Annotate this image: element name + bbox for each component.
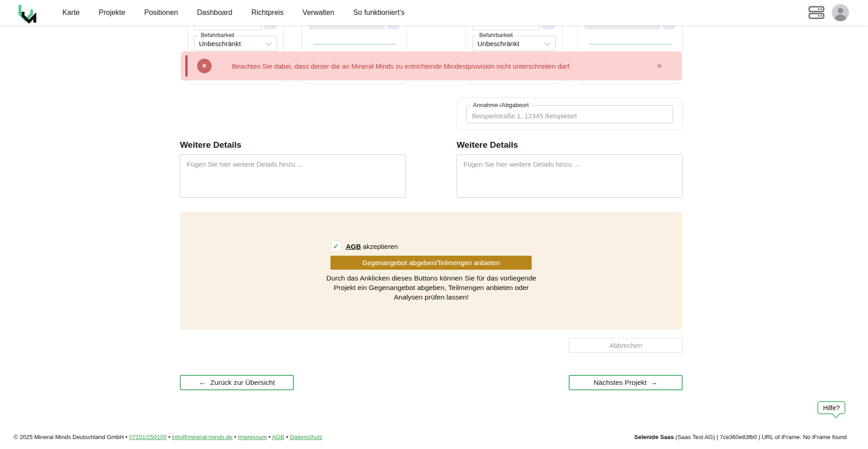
details-textarea-right[interactable] [457, 154, 683, 198]
footer-agb-link[interactable]: AGB [272, 434, 284, 440]
divider [313, 44, 396, 45]
nav-item-so-funktionierts[interactable]: So funktioniert's [353, 9, 404, 17]
app-info: (Saas Test AG) | 7ce360e83fb0 | URL of i… [674, 434, 847, 440]
navbar-right [808, 0, 849, 25]
location-fieldset: Annahme-/Abgabeort [466, 105, 673, 123]
offer-description-line: Durch das Anklicken dieses Buttons könne… [287, 273, 576, 283]
help-button[interactable]: Hilfe? [817, 401, 845, 414]
separator: • [168, 434, 170, 440]
nav-item-projekte[interactable]: Projekte [99, 9, 125, 17]
separator: • [234, 434, 236, 440]
details-heading-right: Weitere Details [457, 140, 518, 150]
details-heading-left: Weitere Details [180, 140, 241, 150]
alert-accent-bar [185, 55, 188, 77]
offer-description-line: Projekt ein Gegenangebot abgeben, Teilme… [287, 283, 576, 292]
offer-description-line: Analysen prüfen lassen! [287, 292, 576, 302]
nav-item-richtpreis[interactable]: Richtpreis [251, 9, 283, 17]
footer-impressum-link[interactable]: Impressum [238, 434, 267, 440]
back-button-label: Zurück zur Übersicht [210, 379, 275, 387]
befahrbarkeit-select-2[interactable]: Befahrbarkeit Unbeschränkt [472, 36, 556, 51]
agb-link[interactable]: AGB [346, 243, 361, 250]
nav-links: Karte Projekte Positionen Dashboard Rich… [62, 0, 405, 25]
alert-message: Beachten Sie dabei, dass dieser die an M… [232, 51, 571, 80]
location-card: Annahme-/Abgabeort [457, 98, 683, 130]
counteroffer-button[interactable]: Gegenangebot abgeben/Teilmengen anbieten [330, 256, 532, 270]
separator: • [269, 434, 271, 440]
befahrbarkeit-select-1[interactable]: Befahrbarkeit Unbeschränkt [194, 36, 277, 51]
arrow-left-icon: ← [199, 378, 207, 387]
error-circle-icon: × [197, 59, 212, 73]
location-label: Annahme-/Abgabeort [471, 102, 531, 108]
divider [589, 44, 671, 45]
befahrbarkeit-label: Befahrbarkeit [477, 32, 515, 38]
agb-row: ✓ AGB akzeptieren [330, 241, 398, 252]
footer-datenschutz-link[interactable]: Datenschutz [290, 434, 322, 440]
error-alert: × Beachten Sie dabei, dass dieser die an… [181, 51, 682, 80]
footer-right: Selenide Saas (Saas Test AG) | 7ce360e83… [634, 434, 847, 440]
page: Befahrbarkeit Unbeschränkt Befahrbarkeit… [0, 0, 868, 449]
footer-left: © 2025 Mineral Minds Deutschland GmbH • … [14, 434, 322, 440]
copyright-text: © 2025 Mineral Minds Deutschland GmbH [14, 434, 124, 440]
next-project-button[interactable]: Nächstes Projekt → [569, 375, 683, 390]
nav-item-dashboard[interactable]: Dashboard [197, 9, 232, 17]
server-icon[interactable] [808, 6, 825, 19]
nav-item-verwalten[interactable]: Verwalten [302, 9, 334, 17]
app-name: Selenide Saas [634, 434, 674, 440]
arrow-right-icon: → [650, 378, 658, 387]
befahrbarkeit-label: Befahrbarkeit [198, 32, 236, 38]
details-textarea-left[interactable] [180, 154, 406, 198]
footer-email-link[interactable]: info@mineral-minds.de [172, 434, 232, 440]
user-avatar[interactable] [832, 4, 849, 21]
cancel-button[interactable]: Abbrechen [569, 338, 683, 353]
offer-panel: ✓ AGB akzeptieren Gegenangebot abgeben/T… [180, 212, 683, 329]
close-icon[interactable]: × [657, 51, 662, 80]
footer-phone-link[interactable]: 07151/250100 [129, 434, 167, 440]
agb-label: AGB akzeptieren [346, 243, 398, 250]
navbar: Karte Projekte Positionen Dashboard Rich… [0, 0, 868, 25]
next-button-label: Nächstes Projekt [594, 379, 646, 387]
nav-item-positionen[interactable]: Positionen [144, 9, 178, 17]
mineral-minds-logo[interactable] [16, 3, 37, 23]
agb-label-suffix: akzeptieren [361, 243, 398, 250]
separator: • [286, 434, 288, 440]
offer-description: Durch das Anklicken dieses Buttons könne… [287, 273, 576, 302]
nav-item-karte[interactable]: Karte [62, 9, 80, 17]
agb-checkbox[interactable]: ✓ [330, 241, 341, 252]
separator: • [125, 434, 127, 440]
back-to-overview-button[interactable]: ← Zurück zur Übersicht [180, 375, 294, 390]
